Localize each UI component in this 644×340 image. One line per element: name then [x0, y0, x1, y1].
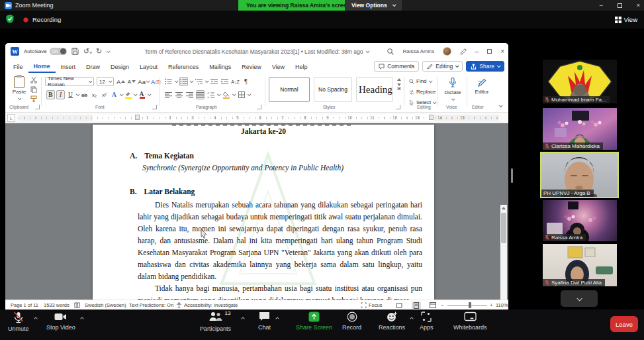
sort-button[interactable]: A↓Z [231, 77, 240, 86]
participant-video-5[interactable]: Syafina Dwi Putri Alia [543, 244, 617, 286]
zoom-percentage[interactable]: 110% [496, 302, 508, 308]
document-title-text[interactable]: Term of Reference Diesnatalis Kesehatan … [145, 48, 363, 55]
participant-video-4[interactable]: Raissa Amira [543, 200, 617, 241]
view-options-button[interactable]: View Options [345, 0, 402, 11]
tab-help[interactable]: Help [290, 62, 313, 72]
reactions-options-caret[interactable] [410, 317, 414, 321]
line-spacing-button[interactable] [207, 90, 215, 99]
chat-button[interactable]: Chat [258, 312, 271, 331]
more-participants-button[interactable] [561, 290, 598, 307]
close-button[interactable]: × [637, 2, 640, 9]
tab-references[interactable]: References [163, 62, 204, 72]
share-screen-button[interactable]: Share Screen [296, 312, 332, 331]
style-heading[interactable]: Heading [356, 77, 393, 102]
underline-button[interactable]: U [66, 90, 75, 99]
italic-button[interactable]: I [56, 90, 65, 99]
paste-button[interactable]: Paste [9, 76, 29, 104]
tab-insert[interactable]: Insert [56, 62, 81, 72]
unmute-button[interactable]: Unmute [8, 312, 29, 332]
indent-marker-left[interactable] [135, 115, 140, 120]
pen-icon[interactable] [460, 48, 467, 55]
print-layout-button[interactable] [412, 302, 421, 309]
proofing-icon[interactable] [74, 302, 80, 308]
text-predictions[interactable]: Text Predictions: On [129, 302, 173, 308]
tab-design[interactable]: Design [105, 62, 134, 72]
word-close-button[interactable]: × [500, 48, 504, 55]
font-name-combobox[interactable]: Times New Roman [45, 77, 94, 86]
strikethrough-button[interactable]: ab [80, 90, 89, 99]
gallery-down-button[interactable] [397, 84, 401, 86]
leave-button[interactable]: Leave [610, 316, 638, 332]
participants-button[interactable]: 13 Participants [200, 312, 231, 332]
word-app-icon[interactable]: W [11, 47, 19, 56]
grow-font-button[interactable]: A [116, 77, 125, 86]
zoom-slider-track[interactable] [447, 305, 487, 306]
word-count[interactable]: 1533 words [44, 302, 69, 308]
borders-button[interactable] [237, 90, 246, 99]
recording-dot-icon[interactable] [23, 17, 28, 23]
format-painter-icon[interactable] [30, 95, 37, 102]
avatar[interactable] [443, 47, 451, 56]
find-button[interactable]: Find [409, 78, 432, 84]
video-options-caret[interactable] [80, 317, 84, 321]
highlight-button[interactable] [124, 90, 132, 99]
tab-selector[interactable]: L [7, 114, 15, 122]
scrollbar-thumb[interactable] [501, 213, 506, 243]
editor-button[interactable]: Editor [470, 78, 494, 95]
vertical-scrollbar[interactable] [500, 205, 507, 300]
reactions-button[interactable]: Reactions [379, 312, 405, 331]
copy-icon[interactable] [30, 86, 37, 93]
security-shield-icon[interactable] [6, 15, 14, 25]
align-right-button[interactable] [185, 90, 194, 99]
record-button[interactable]: Record [342, 312, 361, 331]
whiteboards-button[interactable]: Whiteboards [453, 312, 487, 331]
participant-video-1[interactable]: Muhammad Imam Fa... [543, 60, 617, 103]
replace-button[interactable]: Replace [409, 89, 436, 95]
language-indicator[interactable]: Swedish (Sweden) [85, 302, 126, 308]
scroll-up-icon[interactable] [502, 207, 506, 209]
zoom-out-button[interactable]: − [441, 302, 443, 308]
superscript-button[interactable]: x² [100, 90, 109, 99]
read-mode-button[interactable] [394, 302, 404, 309]
tab-home[interactable]: Home [28, 61, 56, 73]
text-effects-button[interactable]: A [110, 90, 118, 99]
document-canvas[interactable]: Jakarta ke-20 A. Tema Kegiatan Synchroni… [5, 123, 508, 300]
style-no-spacing[interactable]: No Spacing [314, 77, 352, 102]
align-center-button[interactable] [175, 90, 183, 99]
bold-button[interactable]: B [46, 90, 55, 99]
restore-button[interactable] [618, 3, 622, 8]
style-normal[interactable]: Normal [269, 77, 310, 102]
justify-button[interactable] [196, 90, 205, 99]
paragraph-dialog-launcher[interactable] [257, 105, 261, 109]
collapse-ribbon-icon[interactable] [499, 103, 503, 107]
gallery-up-button[interactable] [397, 78, 401, 81]
indent-marker-right[interactable] [429, 115, 434, 120]
align-left-button[interactable] [164, 90, 173, 99]
cut-icon[interactable] [30, 77, 37, 84]
bullets-button[interactable] [164, 77, 173, 86]
search-icon[interactable] [387, 48, 394, 55]
numbering-button[interactable] [179, 77, 188, 86]
mic-options-caret[interactable] [34, 317, 38, 321]
autosave-toggle[interactable]: AutoSave On [24, 48, 67, 55]
tab-file[interactable]: File [8, 62, 28, 72]
web-layout-button[interactable] [428, 302, 437, 309]
zoom-in-button[interactable]: + [490, 302, 492, 308]
zoom-slider-thumb[interactable] [469, 302, 471, 308]
shrink-font-button[interactable]: A [127, 77, 136, 86]
panel-resize-handle[interactable] [511, 168, 513, 183]
font-color-button[interactable]: A [138, 90, 146, 99]
increase-indent-button[interactable] [220, 77, 229, 86]
tab-layout[interactable]: Layout [134, 62, 163, 72]
ruler[interactable]: L 1 2 3 4 5 6 7 8 9 10 11 12 13 14 15 [5, 113, 508, 123]
decrease-indent-button[interactable] [210, 77, 218, 86]
shading-button[interactable] [222, 90, 230, 99]
user-name[interactable]: Raissa Amira [402, 48, 434, 54]
focus-button[interactable]: Focus [369, 302, 382, 308]
tab-mailings[interactable]: Mailings [204, 62, 236, 72]
participant-video-3-active-speaker[interactable]: PH UPNVJ - Arga B [540, 152, 619, 198]
multilevel-list-button[interactable] [195, 77, 203, 86]
font-size-combobox[interactable]: 12 [97, 77, 114, 86]
subscript-button[interactable]: x₂ [90, 90, 99, 99]
document-page[interactable]: Jakarta ke-20 A. Tema Kegiatan Synchroni… [93, 125, 434, 300]
